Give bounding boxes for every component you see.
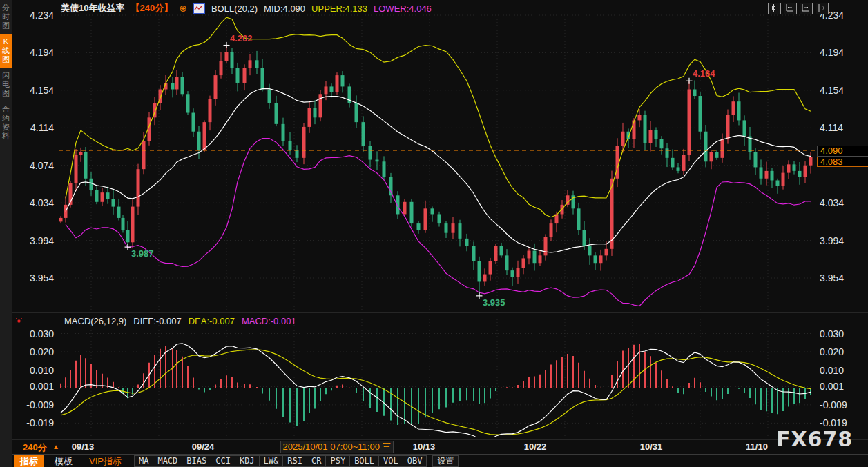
tab-kdj[interactable]: KDJ — [235, 455, 260, 467]
y-axis-label: 4.154 — [21, 85, 54, 96]
tab-macd[interactable]: MACD — [153, 455, 182, 467]
macd-axis-label: 0.001 — [19, 381, 54, 392]
tab-cr[interactable]: CR — [307, 455, 326, 467]
y-axis-label: 4.034 — [820, 197, 853, 208]
templates-button[interactable]: 模板 — [48, 455, 79, 467]
period-label[interactable]: 【240分】 — [131, 2, 173, 14]
y-axis-label: 4.154 — [820, 85, 853, 96]
macd-params-label: MACD(26,12,9) — [64, 316, 126, 326]
y-axis-label: 4.074 — [21, 160, 54, 171]
hovered-bar-time-label: 2025/10/01 07:00~11:00 三 — [280, 441, 394, 453]
link-circle-plus-icon[interactable]: ⊕ — [179, 3, 187, 13]
pan-right-icon[interactable] — [816, 3, 829, 14]
price-annotation: 3.935 — [483, 297, 505, 308]
sidebar-item-kline-chart[interactable]: K线图 — [0, 34, 12, 68]
tab-lw[interactable]: LW& — [259, 455, 284, 467]
macd-header: MACD(26,12,9) DIFF:-0.007 DEA:-0.007 MAC… — [64, 316, 296, 326]
macd-indicator-chart[interactable] — [0, 314, 868, 441]
macd-axis-label: 0.030 — [820, 328, 854, 339]
tab-ma[interactable]: MA — [134, 455, 153, 467]
mini-chart-icon[interactable] — [193, 3, 205, 14]
boll-upper-value: UPPER:4.133 — [311, 3, 367, 14]
price-annotation: 4.164 — [693, 68, 715, 79]
settings-button[interactable]: 设置 — [432, 455, 459, 467]
sidebar-item-minute-chart[interactable]: 分时图 — [0, 0, 12, 34]
macd-axis-label: 0.001 — [820, 381, 854, 392]
y-axis-label: 3.954 — [820, 272, 853, 284]
macd-axis-label: 0.030 — [19, 328, 54, 339]
y-axis-label: 4.234 — [21, 10, 54, 21]
x-axis-label: 10/13 — [413, 441, 436, 452]
y-axis-label: 4.114 — [21, 122, 54, 133]
time-axis: 240分 ▲ 2025/10/01 07:00~11:00 三 09/1309/… — [0, 441, 868, 453]
tab-cci[interactable]: CCI — [211, 455, 235, 467]
x-axis-label: 09/24 — [192, 441, 215, 452]
scale-left-icon[interactable] — [784, 3, 797, 14]
left-sidebar: 分时图K线图闪电图合约资料 — [0, 0, 12, 467]
vip-indicators-button[interactable]: VIP指标 — [83, 455, 128, 467]
x-axis-label: 10/31 — [640, 441, 663, 452]
chart-tools — [768, 3, 829, 14]
scale-right-icon[interactable] — [800, 3, 813, 14]
axis-divider — [12, 439, 868, 440]
macd-histogram — [61, 344, 811, 441]
y-axis-label: 4.194 — [21, 47, 54, 58]
macd-axis-label: 0.020 — [19, 346, 54, 357]
candlestick-series — [59, 17, 813, 306]
macd-macd-value: MACD:-0.001 — [242, 316, 296, 326]
macd-axis-label: 0.010 — [820, 365, 854, 376]
macd-axis-label: 0.020 — [820, 346, 854, 357]
boll-params-label: BOLL(20,2) — [211, 3, 258, 14]
y-axis-label: 4.034 — [21, 197, 54, 208]
indicators-button[interactable]: 指标 — [14, 455, 44, 467]
macd-axis-label: -0.009 — [19, 399, 54, 410]
y-axis-label: 4.194 — [820, 47, 853, 58]
macd-dea-value: DEA:-0.007 — [189, 316, 235, 326]
last-price-badge: 4.083 — [817, 157, 868, 167]
macd-diff-value: DIFF:-0.007 — [133, 316, 181, 326]
tab-psy[interactable]: PSY — [325, 455, 350, 467]
chart-application: 分时图K线图闪电图合约资料 美债10年收益率 【240分】 ⊕ BOLL(20,… — [0, 0, 868, 467]
macd-axis-label: -0.019 — [19, 417, 54, 428]
macd-axis-label: -0.009 — [820, 399, 854, 410]
crosshair-icon[interactable] — [768, 3, 781, 14]
period-selector[interactable]: 240分 — [23, 441, 47, 454]
period-arrow-icon[interactable]: ▲ — [52, 443, 59, 450]
y-axis-label: 3.994 — [21, 235, 54, 246]
main-candlestick-chart[interactable] — [0, 0, 868, 314]
tab-bias[interactable]: BIAS — [182, 455, 211, 467]
indicator-tabs: MAMACDBIASCCIKDJLW&RSICRPSYBOLLVOLOBV设置 — [135, 455, 459, 467]
indicator-toolbar: 指标模板VIP指标MAMACDBIASCCIKDJLW&RSICRPSYBOLL… — [12, 454, 868, 467]
tab-boll[interactable]: BOLL — [349, 455, 379, 467]
sidebar-item-flash-chart[interactable]: 闪电图 — [0, 68, 12, 101]
price-annotation: 4.202 — [230, 33, 253, 43]
x-axis-label: 11/10 — [746, 441, 768, 452]
boll-lower-value: LOWER:4.046 — [374, 3, 432, 14]
boll-mid-value: MID:4.090 — [264, 3, 305, 14]
x-axis-label: 10/22 — [524, 441, 547, 452]
tab-obv[interactable]: OBV — [403, 455, 427, 467]
y-axis-label: 3.994 — [820, 235, 853, 246]
tab-rsi[interactable]: RSI — [282, 455, 307, 467]
macd-axis-label: 0.010 — [19, 365, 54, 376]
ref-price-badge: 4.090 — [817, 146, 868, 157]
tab-vol[interactable]: VOL — [378, 455, 403, 467]
chart-header: 美债10年收益率 【240分】 ⊕ BOLL(20,2) MID:4.090 U… — [61, 2, 432, 14]
y-axis-label: 3.954 — [21, 272, 54, 284]
y-axis-label: 4.114 — [820, 122, 853, 133]
sidebar-item-contract-info[interactable]: 合约资料 — [0, 101, 12, 144]
watermark: FX678 — [776, 427, 853, 451]
pane-divider — [12, 312, 868, 313]
alert-starburst-icon — [15, 317, 23, 326]
x-axis-label: 09/13 — [72, 441, 95, 452]
price-annotation: 3.987 — [131, 248, 154, 259]
instrument-title: 美债10年收益率 — [61, 2, 124, 14]
